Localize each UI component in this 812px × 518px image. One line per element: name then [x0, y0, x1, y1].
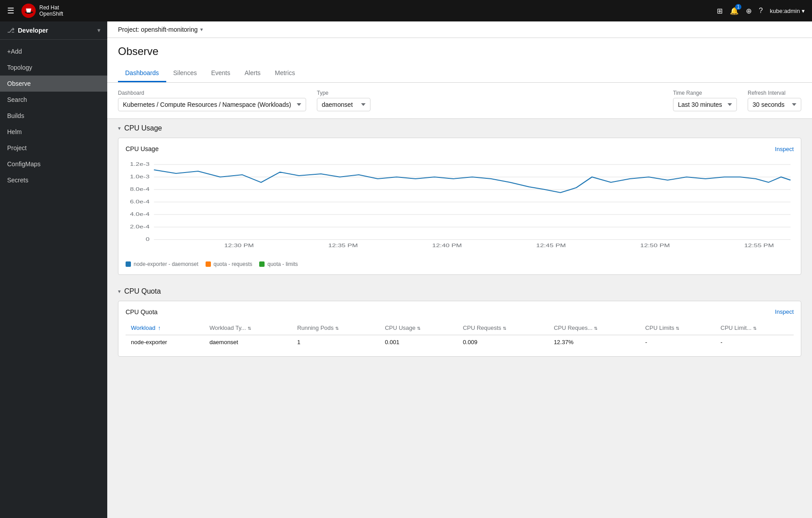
- cpu-quota-inspect-link[interactable]: Inspect: [775, 308, 794, 316]
- cpu-quota-chevron-icon: ▾: [118, 288, 121, 295]
- sidebar-item-configmaps[interactable]: ConfigMaps: [0, 156, 107, 172]
- cell-cpu-usage: 0.001: [379, 335, 457, 350]
- add-icon[interactable]: ⊕: [746, 7, 752, 15]
- sidebar-link-configmaps[interactable]: ConfigMaps: [0, 156, 107, 172]
- sidebar-link-topology[interactable]: Topology: [0, 59, 107, 76]
- legend-color-node-exporter: [126, 261, 131, 267]
- col-cpu-limits[interactable]: CPU Limits ⇅: [640, 321, 715, 335]
- legend-color-quota-limits: [259, 261, 265, 267]
- legend-label-quota-requests: quota - requests: [214, 261, 252, 267]
- cpu-quota-section-title: CPU Quota: [124, 287, 161, 295]
- sidebar-link-add[interactable]: +Add: [0, 43, 107, 59]
- cpu-quota-table: Workload ↑ Workload Ty... ⇅ Running Pods…: [126, 321, 794, 349]
- col-running-pods-sort-icon: ⇅: [335, 326, 339, 331]
- brand-name: Red Hat OpenShift: [39, 4, 63, 17]
- legend-item-node-exporter: node-exporter - daemonset: [126, 261, 198, 267]
- refresh-interval-select[interactable]: 30 seconds: [748, 98, 801, 111]
- svg-text:2.0e-4: 2.0e-4: [130, 224, 150, 229]
- refresh-interval-control: Refresh Interval 30 seconds: [748, 90, 801, 111]
- table-row: node-exporter daemonset 1 0.001 0.009 12…: [126, 335, 794, 350]
- user-name: kube:admin: [770, 8, 800, 14]
- redhat-logo-icon: [21, 4, 36, 18]
- sidebar-item-secrets[interactable]: Secrets: [0, 172, 107, 188]
- apps-grid-icon[interactable]: ⊞: [717, 7, 723, 15]
- col-cpu-limits-pct-sort-icon: ⇅: [753, 326, 757, 331]
- cpu-quota-table-head: Workload ↑ Workload Ty... ⇅ Running Pods…: [126, 321, 794, 335]
- cpu-quota-table-card: CPU Quota Inspect Workload ↑ Workload Ty…: [118, 301, 801, 357]
- tab-events[interactable]: Events: [204, 65, 237, 82]
- sidebar-link-secrets[interactable]: Secrets: [0, 172, 107, 188]
- table-header-row: Workload ↑ Workload Ty... ⇅ Running Pods…: [126, 321, 794, 335]
- user-menu[interactable]: kube:admin ▾: [770, 8, 805, 14]
- cell-cpu-requests: 0.009: [458, 335, 549, 350]
- page-header: Observe Dashboards Silences Events Alert…: [107, 38, 812, 83]
- page-title: Observe: [118, 45, 801, 58]
- sidebar-item-add[interactable]: +Add: [0, 43, 107, 59]
- sidebar-item-topology[interactable]: Topology: [0, 59, 107, 76]
- col-workload[interactable]: Workload ↑: [126, 321, 204, 335]
- col-cpu-limits-sort-icon: ⇅: [676, 326, 679, 331]
- notifications-icon[interactable]: 🔔 1: [730, 7, 739, 15]
- sidebar-item-project[interactable]: Project: [0, 140, 107, 156]
- refresh-interval-label: Refresh Interval: [748, 90, 801, 96]
- col-workload-type[interactable]: Workload Ty... ⇅: [204, 321, 292, 335]
- time-range-label: Time Range: [673, 90, 737, 96]
- dashboard-select[interactable]: Kubernetes / Compute Resources / Namespa…: [118, 98, 306, 111]
- cell-workload-type: daemonset: [204, 335, 292, 350]
- col-cpu-limits-pct[interactable]: CPU Limit... ⇅: [715, 321, 794, 335]
- col-cpu-requests[interactable]: CPU Requests ⇅: [458, 321, 549, 335]
- dashboard-control: Dashboard Kubernetes / Compute Resources…: [118, 90, 306, 111]
- legend-color-quota-requests: [206, 261, 211, 267]
- col-cpu-requests-pct[interactable]: CPU Reques... ⇅: [548, 321, 640, 335]
- dashboard-label: Dashboard: [118, 90, 306, 96]
- sidebar-item-observe[interactable]: Observe: [0, 76, 107, 92]
- cpu-usage-inspect-link[interactable]: Inspect: [775, 146, 794, 152]
- cpu-usage-chevron-icon: ▾: [118, 125, 121, 131]
- sidebar: ⎇ Developer ▾ +Add Topology Observe Sear…: [0, 21, 107, 518]
- svg-text:12:35 PM: 12:35 PM: [328, 243, 358, 248]
- context-label: Developer: [18, 27, 94, 34]
- tab-alerts[interactable]: Alerts: [237, 65, 268, 82]
- cpu-usage-section-header[interactable]: ▾ CPU Usage: [107, 119, 812, 138]
- sidebar-navigation: +Add Topology Observe Search Builds Helm…: [0, 40, 107, 192]
- controls-bar: Dashboard Kubernetes / Compute Resources…: [107, 83, 812, 119]
- sidebar-item-search[interactable]: Search: [0, 92, 107, 108]
- type-select[interactable]: daemonset: [317, 98, 370, 111]
- help-icon[interactable]: ?: [759, 7, 763, 15]
- sidebar-item-builds[interactable]: Builds: [0, 108, 107, 124]
- cpu-quota-table-body: node-exporter daemonset 1 0.001 0.009 12…: [126, 335, 794, 350]
- cpu-usage-chart-card: CPU Usage Inspect 1.2e-3 1.0e-3 8.0e-4 6…: [118, 138, 801, 275]
- cpu-quota-section-header[interactable]: ▾ CPU Quota: [107, 282, 812, 301]
- svg-text:12:55 PM: 12:55 PM: [744, 243, 774, 248]
- user-chevron-icon: ▾: [802, 8, 805, 14]
- cpu-usage-section-title: CPU Usage: [124, 124, 162, 132]
- cpu-usage-legend: node-exporter - daemonset quota - reques…: [126, 261, 794, 267]
- legend-item-quota-requests: quota - requests: [206, 261, 252, 267]
- cell-running-pods: 1: [292, 335, 379, 350]
- type-label: Type: [317, 90, 370, 96]
- cpu-usage-chart-header: CPU Usage Inspect: [126, 145, 794, 152]
- tabs-navigation: Dashboards Silences Events Alerts Metric…: [118, 65, 801, 82]
- sidebar-link-builds[interactable]: Builds: [0, 108, 107, 124]
- project-chevron-icon[interactable]: ▾: [200, 26, 203, 33]
- time-range-select[interactable]: Last 30 minutes: [673, 98, 737, 111]
- context-chevron-icon: ▾: [97, 27, 100, 34]
- tab-silences[interactable]: Silences: [166, 65, 204, 82]
- col-cpu-usage[interactable]: CPU Usage ⇅: [379, 321, 457, 335]
- tab-metrics[interactable]: Metrics: [268, 65, 302, 82]
- cell-cpu-limits: -: [640, 335, 715, 350]
- hamburger-menu-icon[interactable]: ☰: [7, 6, 14, 16]
- svg-text:4.0e-4: 4.0e-4: [130, 211, 150, 217]
- col-cpu-requests-sort-icon: ⇅: [503, 326, 506, 331]
- svg-text:12:50 PM: 12:50 PM: [640, 243, 670, 248]
- col-running-pods[interactable]: Running Pods ⇅: [292, 321, 379, 335]
- sidebar-link-search[interactable]: Search: [0, 92, 107, 108]
- sidebar-item-helm[interactable]: Helm: [0, 124, 107, 140]
- tab-dashboards[interactable]: Dashboards: [118, 65, 166, 82]
- sidebar-link-observe[interactable]: Observe: [0, 76, 107, 92]
- type-control: Type daemonset: [317, 90, 370, 111]
- sidebar-link-helm[interactable]: Helm: [0, 124, 107, 140]
- brand-logo: Red Hat OpenShift: [21, 4, 717, 18]
- sidebar-link-project[interactable]: Project: [0, 140, 107, 156]
- context-switcher[interactable]: ⎇ Developer ▾: [0, 21, 107, 40]
